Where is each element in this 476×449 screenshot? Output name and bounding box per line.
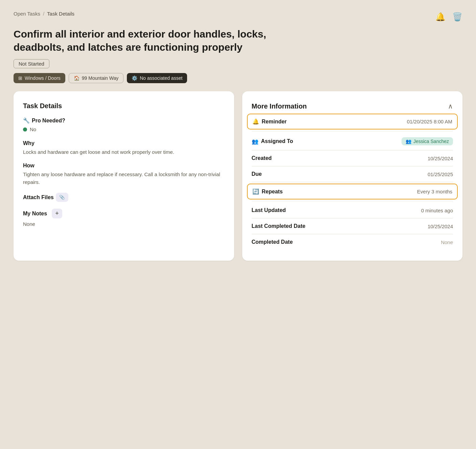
- trash-icon[interactable]: 🗑️: [452, 12, 462, 22]
- my-notes-section: My Notes + None: [23, 209, 225, 228]
- asset-tag[interactable]: ⚙️ No associated asset: [127, 73, 187, 83]
- people-icon: 👥: [252, 138, 258, 145]
- last-updated-row: Last Updated 0 minutes ago: [252, 203, 453, 218]
- location-label: 99 Mountain Way: [82, 75, 118, 81]
- last-completed-value: 10/25/2024: [428, 223, 453, 229]
- reminder-value: 01/20/2025 8:00 AM: [407, 119, 452, 124]
- divider-2: [252, 201, 453, 201]
- created-row: Created 10/25/2024: [252, 150, 453, 166]
- assigned-icon: 👥: [406, 139, 411, 144]
- reminder-bell-icon: 🔔: [252, 118, 259, 125]
- tags-row: ⊞ Windows / Doors 🏠 99 Mountain Way ⚙️ N…: [14, 73, 462, 83]
- reminder-row[interactable]: 🔔 Reminder 01/20/2025 8:00 AM: [247, 114, 458, 129]
- breadcrumb-current: Task Details: [47, 11, 74, 17]
- wrench-icon: 🔧: [23, 117, 30, 124]
- status-badge[interactable]: Not Started: [14, 59, 49, 68]
- pro-needed-value: No: [23, 126, 225, 134]
- divider-1: [252, 131, 453, 131]
- chevron-up-icon[interactable]: ∧: [448, 102, 453, 110]
- add-note-button[interactable]: +: [52, 209, 62, 218]
- due-value: 01/25/2025: [428, 171, 453, 177]
- house-icon: 🏠: [74, 75, 80, 81]
- task-details-card: Task Details 🔧 Pro Needed? No Why Locks …: [14, 91, 234, 261]
- assigned-to-value: 👥 Jessica Sanchez: [402, 137, 453, 145]
- why-label: Why: [23, 140, 225, 146]
- more-info-header: More Information ∧: [252, 102, 453, 110]
- how-label: How: [23, 163, 225, 169]
- paperclip-icon: 📎: [59, 195, 65, 200]
- how-text: Tighten any loose hardware and replace i…: [23, 171, 225, 186]
- assigned-badge[interactable]: 👥 Jessica Sanchez: [402, 137, 453, 145]
- location-tag[interactable]: 🏠 99 Mountain Way: [69, 73, 123, 83]
- pro-needed-label: 🔧 Pro Needed?: [23, 117, 225, 124]
- last-updated-value: 0 minutes ago: [421, 208, 453, 213]
- completed-date-value: None: [441, 239, 453, 245]
- puzzle-icon: ⚙️: [132, 75, 137, 81]
- why-text: Locks and hardware can get loose and not…: [23, 148, 225, 156]
- pro-needed-section: 🔧 Pro Needed? No: [23, 117, 225, 134]
- created-value: 10/25/2024: [428, 156, 453, 161]
- why-section: Why Locks and hardware can get loose and…: [23, 140, 225, 156]
- repeats-value: Every 3 months: [417, 189, 452, 194]
- how-section: How Tighten any loose hardware and repla…: [23, 163, 225, 186]
- repeats-label: 🔄 Repeats: [252, 188, 307, 195]
- main-grid: Task Details 🔧 Pro Needed? No Why Locks …: [14, 91, 462, 261]
- my-notes-label: My Notes +: [23, 209, 225, 218]
- due-row: Due 01/25/2025: [252, 166, 453, 182]
- breadcrumb-separator: /: [43, 11, 44, 17]
- reminder-label: 🔔 Reminder: [252, 118, 307, 125]
- page-title: Confirm all interior and exterior door h…: [14, 27, 291, 54]
- attach-button[interactable]: 📎: [56, 193, 68, 202]
- repeats-row[interactable]: 🔄 Repeats Every 3 months: [247, 184, 458, 199]
- category-tag[interactable]: ⊞ Windows / Doors: [14, 73, 65, 83]
- assigned-to-row: 👥 Assigned To 👥 Jessica Sanchez: [252, 133, 453, 150]
- completed-date-label: Completed Date: [252, 239, 306, 245]
- attach-files-section: Attach Files 📎: [23, 193, 225, 202]
- last-updated-label: Last Updated: [252, 207, 306, 213]
- assigned-to-label: 👥 Assigned To: [252, 138, 306, 145]
- breadcrumb: Open Tasks / Task Details: [14, 11, 74, 17]
- more-info-card: More Information ∧ 🔔 Reminder 01/20/2025…: [242, 91, 463, 261]
- repeat-icon: 🔄: [252, 188, 259, 195]
- due-label: Due: [252, 171, 306, 177]
- my-notes-value: None: [23, 220, 225, 228]
- completed-date-row: Completed Date None: [252, 234, 453, 250]
- category-label: Windows / Doors: [25, 75, 61, 81]
- bell-icon[interactable]: 🔔: [435, 12, 446, 22]
- attach-files-label: Attach Files 📎: [23, 193, 225, 202]
- green-dot-icon: [23, 127, 27, 132]
- created-label: Created: [252, 155, 306, 161]
- breadcrumb-parent[interactable]: Open Tasks: [14, 11, 40, 17]
- layers-icon: ⊞: [18, 75, 22, 81]
- asset-label: No associated asset: [140, 75, 182, 81]
- more-info-title: More Information: [252, 102, 307, 110]
- header-icons: 🔔 🗑️: [435, 11, 462, 22]
- last-completed-label: Last Completed Date: [252, 223, 306, 229]
- task-details-title: Task Details: [23, 102, 225, 110]
- last-completed-row: Last Completed Date 10/25/2024: [252, 218, 453, 234]
